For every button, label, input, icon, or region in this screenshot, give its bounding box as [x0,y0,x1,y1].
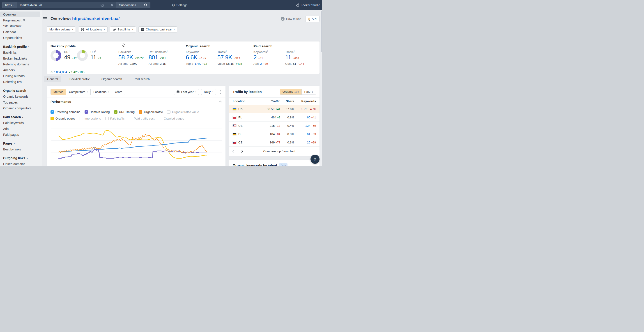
sidebar-item-organic-competitors[interactable]: Organic competitors [0,105,40,111]
target-domain-link[interactable]: https://market-dveri.ua/ [72,16,120,21]
prev-page-icon[interactable] [232,150,235,153]
ref-domains-value[interactable]: 801 [148,54,158,61]
info-icon[interactable]: i [267,50,268,52]
sidebar-item-site-structure[interactable]: Site structure [0,23,40,29]
help-fab[interactable]: ? [310,155,320,164]
column-header-traffic[interactable]: Traffic [258,100,280,103]
how-to-use-button[interactable]: ? How to use [281,17,302,21]
table-row[interactable]: US215 −130.4%134 −69 [229,122,320,130]
open-external-icon[interactable] [100,4,104,7]
backlinks-value[interactable]: 58.2K [118,54,133,61]
table-row[interactable]: CZ169 −770.3%25 −29 [229,138,320,146]
checkbox-paid-traffic-cost[interactable]: Paid traffic cost [129,117,154,120]
keywords-value[interactable]: 61 [307,132,310,136]
tab-general[interactable]: General [44,76,61,82]
column-header-share[interactable]: Share [280,100,294,103]
scrollbar-thumb[interactable] [321,10,322,52]
checkbox-crawled-pages[interactable]: Crawled pages [159,117,184,120]
checkbox-referring-domains[interactable]: ✓Referring domains [50,110,80,114]
segment-locations[interactable]: Locations▾ [90,89,112,95]
sidebar-item-referring-domains[interactable]: Referring domains [0,61,40,67]
sidebar-item-linked-domains[interactable]: Linked domains [0,161,40,166]
filter-monthly-volume[interactable]: Monthly volume▾ [47,26,76,32]
info-icon[interactable]: i [200,50,200,52]
keywords-value[interactable]: 60 [307,116,310,119]
clear-url-icon[interactable] [111,4,114,6]
organic-traffic-value[interactable]: 57.9K [217,54,232,61]
organic-keywords-value[interactable]: 6.6K [186,54,198,61]
keywords-value[interactable]: 134 [305,124,310,128]
tab-paid-search[interactable]: Paid search [130,76,152,82]
compare-top5-button[interactable]: Compare top 5 on chart [243,150,316,153]
segment-competitors[interactable]: Competitors▾ [66,89,91,95]
info-icon[interactable]: i [69,50,70,52]
info-icon[interactable]: i [294,50,294,52]
checkbox-paid-traffic[interactable]: Paid traffic [105,117,125,120]
period-dropdown[interactable]: Last year ▾ [174,89,199,95]
sidebar-item-opportunities[interactable]: Opportunities [0,35,40,41]
checkbox-impressions[interactable]: Impressions [80,117,101,120]
filter-all-locations[interactable]: All locations▾ [78,26,107,32]
sidebar-item-ads[interactable]: Ads [0,126,40,132]
performance-chart[interactable] [52,124,222,166]
checkbox-domain-rating[interactable]: ✓Domain Rating [84,110,110,114]
segment-years[interactable]: Years [112,89,125,95]
sidebar-item-paid-pages[interactable]: Paid pages [0,132,40,138]
search-button[interactable] [141,2,150,8]
checkbox-organic-pages[interactable]: ✓Organic pages [50,117,75,120]
filter-changes-last-year[interactable]: Changes: Last year▾ [138,26,178,32]
ar-value[interactable]: 834,884 [56,70,67,74]
column-header-location[interactable]: Location [233,100,258,103]
sidebar-section-paid-search[interactable]: Paid search▴ [0,114,42,120]
ads-value[interactable]: 2 [260,62,262,66]
table-row[interactable]: UA56.5K +4197.6%5.7K −4.7K [229,105,320,113]
tab-backlink-profile[interactable]: Backlink profile [66,76,93,82]
column-header-keywords[interactable]: Keywords [294,100,316,103]
sidebar-item-top-pages[interactable]: Top pages [0,100,40,105]
keywords-value[interactable]: 5.7K [302,107,308,111]
sidebar-section-outgoing-links[interactable]: Outgoing links▴ [0,155,42,161]
sidebar-item-overview[interactable]: Overview [0,12,40,17]
info-icon[interactable]: i [226,50,226,52]
sidebar-item-anchors[interactable]: Anchors [0,67,40,73]
protocol-dropdown[interactable]: https ▾ [2,2,17,8]
info-icon[interactable]: i [96,50,96,52]
keywords-value[interactable]: 25 [307,141,310,144]
more-options-icon[interactable] [218,90,222,94]
target-url-input[interactable]: market-dveri.ua/ [17,2,116,8]
sidebar-item-referring-ips[interactable]: Referring IPs [0,79,40,85]
table-row[interactable]: PL464 +90.8%60 −41 [229,113,320,122]
checkbox-organic-traffic-value[interactable]: Organic traffic value [167,110,199,114]
sidebar-item-organic-keywords[interactable]: Organic keywords [0,94,40,100]
sidebar-item-calendar[interactable]: Calendar [0,29,40,35]
sidebar-section-organic-search[interactable]: Organic search▴ [0,88,42,94]
menu-toggle-icon[interactable] [43,17,47,20]
paid-traffic-value[interactable]: 11 [285,54,291,61]
collapse-section-icon[interactable] [219,100,222,104]
segment-metrics[interactable]: Metrics [51,89,66,95]
tab-organic-search[interactable]: Organic search [98,76,125,82]
api-button[interactable]: {} API [305,16,320,22]
sidebar-section-pages[interactable]: Pages▴ [0,140,42,146]
sidebar-section-backlink-profile[interactable]: Backlink profile▴ [0,44,42,50]
scope-dropdown[interactable]: Subdomains ▾ [116,2,141,8]
checkbox-url-rating[interactable]: ✓URL Rating [114,110,134,114]
page-scrollbar[interactable] [320,10,322,166]
sidebar-item-page-inspect[interactable]: Page inspect [0,17,40,23]
top3-value[interactable]: 1.4K [194,62,201,66]
checkbox-organic-traffic[interactable]: ✓Organic traffic [139,110,163,114]
table-row[interactable]: DE184 −840.3%61 −63 [229,130,320,138]
sidebar-item-broken-backlinks[interactable]: Broken backlinks [0,56,40,61]
sidebar-item-linking-authors[interactable]: Linking authors [0,73,40,79]
toggle-organic[interactable]: Organic116 [280,89,302,94]
looker-studio-button[interactable]: Looker Studio [296,0,320,10]
granularity-dropdown[interactable]: Daily ▾ [201,89,216,95]
sidebar-item-backlinks[interactable]: Backlinks [0,50,40,56]
settings-button[interactable]: ⚙ Settings [172,0,188,10]
filter-best-links[interactable]: Best links▾ [110,26,136,32]
sidebar-item-best-by-links[interactable]: Best by links [0,146,40,152]
sidebar-item-paid-keywords[interactable]: Paid keywords [0,120,40,126]
info-icon[interactable]: i [132,50,132,52]
info-icon[interactable]: i [167,50,168,52]
toggle-paid[interactable]: Paid1 [302,89,316,94]
